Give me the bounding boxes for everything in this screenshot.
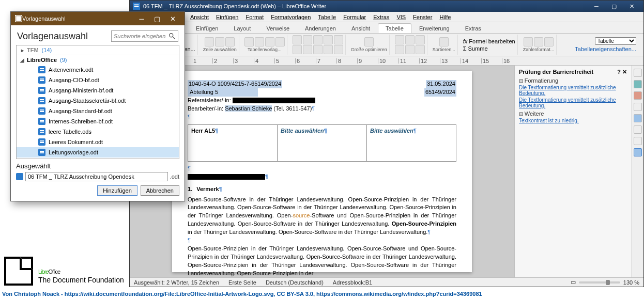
filename-input[interactable] — [25, 172, 168, 181]
tree-item[interactable]: leere Tabelle.ods — [17, 127, 179, 137]
tab-tabelle[interactable]: Tabelle — [378, 23, 411, 33]
deck-styles-icon[interactable] — [634, 80, 642, 88]
align-tc-icon[interactable] — [405, 35, 415, 44]
align-tr-icon[interactable] — [416, 35, 425, 44]
deck-gallery-icon[interactable] — [634, 91, 642, 100]
select-col-icon[interactable] — [215, 37, 224, 46]
ribbon-group-select: Zeile auswählen — [201, 35, 239, 55]
align-tl-icon[interactable] — [395, 35, 404, 44]
deck-style2-icon[interactable] — [634, 125, 642, 134]
status-page[interactable]: Erste Seite — [228, 279, 256, 286]
border-1-icon[interactable] — [293, 35, 302, 44]
dialog-titlebar[interactable]: Vorlagenauswahl ─ ▢ ✕ — [11, 12, 185, 25]
a11y-issue-1[interactable]: Die Textformatierung vermittelt zusätzli… — [519, 85, 627, 96]
sort-icon[interactable] — [439, 37, 449, 46]
menu-format[interactable]: Format — [242, 13, 267, 21]
tree-item[interactable]: Ausgang-Standard-bf.odt — [17, 106, 179, 116]
optimize-icon[interactable] — [364, 37, 374, 46]
tree-item[interactable]: Ausgang-Staatssekretär-bf.odt — [17, 96, 179, 106]
tree-item[interactable]: Leitungsvorlage.odt — [17, 147, 179, 158]
menu-ansicht[interactable]: Ansicht — [187, 13, 212, 21]
table-props-link[interactable]: Tabelleneigenschaften... — [575, 46, 636, 52]
tree-item[interactable]: Ausgang-Ministerin-bf.odt — [17, 85, 179, 96]
close-button[interactable]: ✕ — [623, 1, 640, 12]
zoom-control[interactable]: ▭ 130 % — [571, 279, 639, 286]
border-2-icon[interactable] — [303, 35, 312, 44]
numfmt-3-icon[interactable] — [544, 37, 554, 46]
status-lang[interactable]: Deutsch (Deutschland) — [266, 279, 324, 286]
border-5-icon[interactable] — [334, 35, 343, 44]
cancel-button[interactable]: Abbrechen — [141, 185, 179, 196]
zoom-view-icon[interactable]: ▭ — [571, 279, 576, 286]
border-4-icon[interactable] — [324, 35, 333, 44]
tree-group-tfm[interactable]: ▸TFM (14) — [17, 45, 179, 55]
tab-extras[interactable]: Extras — [457, 23, 489, 33]
deck-page-icon[interactable] — [634, 114, 642, 122]
tablestyle-4-icon[interactable] — [275, 37, 285, 46]
tree-group-libreoffice[interactable]: ◢LibreOffice (9) — [17, 55, 179, 65]
align-bl-icon[interactable] — [395, 45, 404, 54]
redaction — [221, 90, 257, 96]
border-8-icon[interactable] — [313, 45, 323, 54]
menu-extras[interactable]: Extras — [370, 13, 392, 21]
doc-ref: 1040-54-O 1009/4215-7-65149/2024 — [188, 80, 282, 88]
border-10-icon[interactable] — [334, 45, 343, 54]
deck-manage-icon[interactable] — [634, 137, 642, 145]
zoom-value[interactable]: 130 % — [623, 279, 639, 286]
document-page[interactable]: 1040-54-O 1009/4215-7-65149/2024 31.05.2… — [172, 71, 472, 272]
menu-formular[interactable]: Formular — [340, 13, 369, 21]
tab-ansicht[interactable]: Ansicht — [344, 23, 378, 33]
minimize-button[interactable]: ─ — [588, 1, 605, 12]
menu-vis[interactable]: VIS — [393, 13, 409, 21]
menu-hilfe[interactable]: Hilfe — [436, 13, 454, 21]
deck-properties-icon[interactable] — [634, 69, 642, 77]
tree-item[interactable]: Aktenvermerk.odt — [17, 65, 179, 75]
dialog-close[interactable]: ✕ — [165, 15, 180, 23]
menu-fenster[interactable]: Fenster — [410, 13, 435, 21]
deck-a11y-icon[interactable] — [634, 148, 642, 156]
zoom-slider[interactable] — [579, 281, 620, 284]
tablestyle-2-icon[interactable] — [255, 37, 264, 46]
tree-item[interactable]: Internes-Schreiben-bf.odt — [17, 116, 179, 127]
border-3-icon[interactable] — [313, 35, 323, 44]
a11y-issue-2[interactable]: Die Textformatierung vermittelt zusätzli… — [519, 97, 627, 108]
tab-layout[interactable]: Layout — [226, 23, 258, 33]
tab-verweise[interactable]: Verweise — [258, 23, 297, 33]
align-br-icon[interactable] — [416, 45, 425, 54]
select-cell-icon[interactable] — [225, 37, 235, 46]
add-button[interactable]: Hinzufügen — [97, 185, 137, 196]
writer-titlebar[interactable]: 06 TFM _ TLRZ Ausschreibung Opendesk.odt… — [130, 1, 643, 12]
border-7-icon[interactable] — [303, 45, 312, 54]
sidepanel-close-icon[interactable]: ? ✕ — [617, 69, 627, 75]
tablestyle-1-icon[interactable] — [244, 37, 254, 46]
numfmt-1-icon[interactable] — [524, 37, 533, 46]
a11y-issue-3[interactable]: Textkontrast ist zu niedrig. — [519, 118, 627, 123]
dialog-maximize[interactable]: ▢ — [149, 15, 165, 23]
search-input[interactable] — [114, 33, 168, 39]
template-tree[interactable]: ▸TFM (14) ◢LibreOffice (9) Aktenvermerk.… — [16, 45, 179, 159]
search-field[interactable] — [111, 30, 178, 42]
tab-einfügen[interactable]: Einfügen — [188, 23, 226, 33]
menu-tabelle[interactable]: Tabelle — [315, 13, 339, 21]
tree-item[interactable]: Leeres Dokument.odt — [17, 137, 179, 147]
tab-erweiterung[interactable]: Erweiterung — [411, 23, 457, 33]
tablestyle-3-icon[interactable] — [265, 37, 274, 46]
page-scroll[interactable]: 1040-54-O 1009/4215-7-65149/2024 31.05.2… — [130, 66, 514, 277]
file-icon — [38, 107, 45, 115]
ruler[interactable]: 1212345678910111213141516 — [130, 56, 643, 66]
deck-navigator-icon[interactable] — [634, 103, 642, 111]
status-bar: Ausgewählt: 2 Wörter, 15 Zeichen Erste S… — [130, 277, 643, 287]
dialog-minimize[interactable]: ─ — [134, 15, 149, 23]
numfmt-2-icon[interactable] — [534, 37, 543, 46]
tab-änderungen[interactable]: Änderungen — [297, 23, 344, 33]
maximize-button[interactable]: ▢ — [605, 1, 623, 12]
table-name-select[interactable]: Tabelle — [595, 37, 636, 45]
menu-einfügen[interactable]: Einfügen — [213, 13, 241, 21]
select-row-icon[interactable] — [205, 37, 214, 46]
tree-item[interactable]: Ausgang-CIO-bf.odt — [17, 75, 179, 85]
border-6-icon[interactable] — [293, 45, 302, 54]
recipient-table[interactable]: Herr AL5¶ Bitte auswählen¶ Bitte auswähl… — [188, 124, 456, 162]
menu-formatvorlagen[interactable]: Formatvorlagen — [268, 13, 314, 21]
border-9-icon[interactable] — [324, 45, 333, 54]
align-bc-icon[interactable] — [405, 45, 415, 54]
